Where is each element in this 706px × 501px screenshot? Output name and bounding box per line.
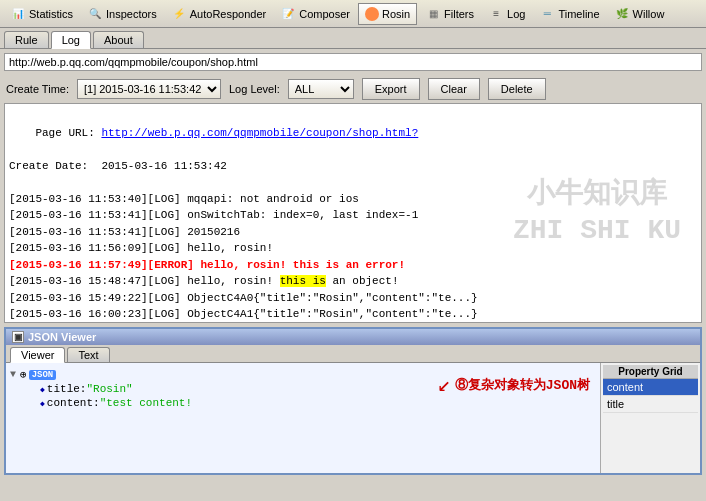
page-url-label: Page URL: <box>35 127 101 139</box>
json-viewer-panel: ▣ JSON Viewer Viewer Text ▼ ⊕ JSON ◆ tit… <box>4 327 702 475</box>
toolbar-btn-timeline[interactable]: ═ Timeline <box>533 3 605 25</box>
prop-grid-header: Property Grid <box>603 365 698 379</box>
subtab-about[interactable]: About <box>93 31 144 48</box>
json-tab-viewer[interactable]: Viewer <box>10 347 65 363</box>
timeline-icon: ═ <box>539 6 555 22</box>
prop-item-title[interactable]: title <box>603 396 698 413</box>
log-empty-1 <box>9 174 697 191</box>
toolbar-btn-statistics[interactable]: 📊 Statistics <box>4 3 79 25</box>
url-text: http://web.p.qq.com/qqmpmobile/coupon/sh… <box>9 56 258 68</box>
toolbar-btn-autoresponder[interactable]: ⚡ AutoResponder <box>165 3 272 25</box>
export-button[interactable]: Export <box>362 78 420 100</box>
toolbar-btn-filters[interactable]: ▦ Filters <box>419 3 480 25</box>
tree-title-key: title <box>47 383 80 395</box>
log-line-2: [2015-03-16 11:53:41][LOG] 20150216 <box>9 224 697 241</box>
toolbar-label-autoresponder: AutoResponder <box>190 8 266 20</box>
log-page-url: Page URL: http://web.p.qq.com/qqmpmobile… <box>9 108 697 158</box>
log-line-5: [2015-03-16 15:48:47][LOG] hello, rosin!… <box>9 273 697 290</box>
main-toolbar: 📊 Statistics 🔍 Inspectors ⚡ AutoResponde… <box>0 0 706 28</box>
toolbar-btn-rosin[interactable]: Rosin <box>358 3 417 25</box>
controls-row: Create Time: [1] 2015-03-16 11:53:42 Log… <box>0 75 706 103</box>
toolbar-label-rosin: Rosin <box>382 8 410 20</box>
inspectors-icon: 🔍 <box>87 6 103 22</box>
annotation-text: ⑧复杂对象转为JSON树 <box>455 376 590 394</box>
subtab-rule[interactable]: Rule <box>4 31 49 48</box>
url-bar[interactable]: http://web.p.qq.com/qqmpmobile/coupon/sh… <box>4 53 702 71</box>
json-panel-title: JSON Viewer <box>28 331 96 343</box>
log-line-0: [2015-03-16 11:53:40][LOG] mqqapi: not a… <box>9 191 697 208</box>
create-time-label: Create Time: <box>6 83 69 95</box>
page-url-link[interactable]: http://web.p.qq.com/qqmpmobile/coupon/sh… <box>101 127 418 139</box>
create-time-select[interactable]: [1] 2015-03-16 11:53:42 <box>77 79 221 99</box>
property-grid: Property Grid content title <box>600 363 700 473</box>
toolbar-btn-composer[interactable]: 📝 Composer <box>274 3 356 25</box>
log-area[interactable]: Page URL: http://web.p.qq.com/qqmpmobile… <box>4 103 702 323</box>
tree-content-item: ◆ content : "test content! <box>10 396 596 410</box>
tree-content-sep: : <box>93 397 100 409</box>
json-tab-text[interactable]: Text <box>67 347 109 362</box>
json-panel-header: ▣ JSON Viewer <box>6 329 700 345</box>
annotation-container: ↙ ⑧复杂对象转为JSON树 <box>438 371 590 398</box>
toolbar-btn-inspectors[interactable]: 🔍 Inspectors <box>81 3 163 25</box>
subtab-bar: Rule Log About <box>0 28 706 49</box>
log-line-7: [2015-03-16 16:00:23][LOG] ObjectC4A1{"t… <box>9 306 697 323</box>
json-content-area: ▼ ⊕ JSON ◆ title : "Rosin" ◆ content : "… <box>6 363 700 473</box>
log-line-3: [2015-03-16 11:56:09][LOG] hello, rosin! <box>9 240 697 257</box>
rosin-icon <box>365 7 379 21</box>
toolbar-label-statistics: Statistics <box>29 8 73 20</box>
log-icon: ≡ <box>488 6 504 22</box>
tree-content-val: "test content! <box>100 397 192 409</box>
subtab-log[interactable]: Log <box>51 31 91 49</box>
toolbar-label-filters: Filters <box>444 8 474 20</box>
arrow-icon: ↙ <box>438 371 451 398</box>
toolbar-label-log: Log <box>507 8 525 20</box>
composer-icon: 📝 <box>280 6 296 22</box>
statistics-icon: 📊 <box>10 6 26 22</box>
tree-title-val: "Rosin" <box>86 383 132 395</box>
toolbar-label-composer: Composer <box>299 8 350 20</box>
json-panel-icon: ▣ <box>12 331 24 343</box>
prop-item-content[interactable]: content <box>603 379 698 396</box>
log-error-span: [2015-03-16 11:57:49][ERROR] hello, rosi… <box>9 259 405 271</box>
tree-root-badge: JSON <box>29 370 57 380</box>
tree-root-expand[interactable]: ▼ <box>10 369 20 380</box>
log-level-select[interactable]: ALL LOG ERROR WARN <box>288 79 354 99</box>
filters-icon: ▦ <box>425 6 441 22</box>
toolbar-btn-log[interactable]: ≡ Log <box>482 3 531 25</box>
toolbar-label-inspectors: Inspectors <box>106 8 157 20</box>
tree-content-bullet: ◆ <box>40 399 45 408</box>
log-level-label: Log Level: <box>229 83 280 95</box>
log-line-6: [2015-03-16 15:49:22][LOG] ObjectC4A0{"t… <box>9 290 697 307</box>
delete-button[interactable]: Delete <box>488 78 546 100</box>
tree-title-sep: : <box>80 383 87 395</box>
tree-title-bullet: ◆ <box>40 385 45 394</box>
log-line-1: [2015-03-16 11:53:41][LOG] onSwitchTab: … <box>9 207 697 224</box>
clear-button[interactable]: Clear <box>428 78 480 100</box>
log-create-date: Create Date: 2015-03-16 11:53:42 <box>9 158 697 175</box>
willow-icon: 🌿 <box>614 6 630 22</box>
autoresponder-icon: ⚡ <box>171 6 187 22</box>
json-tree: ▼ ⊕ JSON ◆ title : "Rosin" ◆ content : "… <box>6 363 600 473</box>
tree-root-indent: ⊕ <box>20 368 27 381</box>
log-line-4: [2015-03-16 11:57:49][ERROR] hello, rosi… <box>9 257 697 274</box>
log-highlight-span: this is <box>280 275 326 287</box>
toolbar-label-willow: Willow <box>633 8 665 20</box>
json-tab-bar: Viewer Text <box>6 345 700 363</box>
toolbar-label-timeline: Timeline <box>558 8 599 20</box>
toolbar-btn-willow[interactable]: 🌿 Willow <box>608 3 671 25</box>
tree-content-key: content <box>47 397 93 409</box>
